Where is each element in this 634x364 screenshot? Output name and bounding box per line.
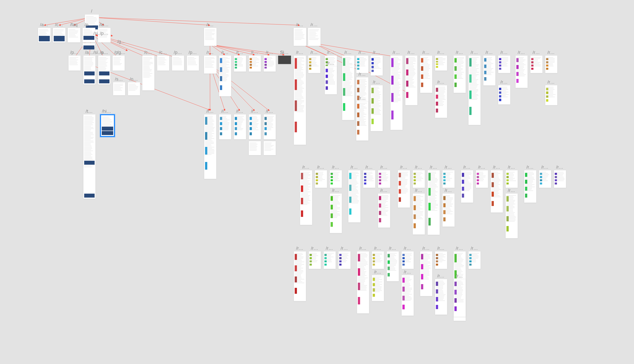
page-thumbnail[interactable] <box>157 56 169 71</box>
page-thumbnail[interactable] <box>338 251 351 269</box>
page-thumbnail[interactable] <box>435 251 447 269</box>
page-thumbnail[interactable] <box>378 194 390 228</box>
page-thumbnail[interactable] <box>356 101 368 141</box>
page-thumbnail[interactable] <box>234 56 246 72</box>
page-thumbnail[interactable] <box>204 28 217 46</box>
node-label: /p… <box>70 50 78 55</box>
page-thumbnail[interactable] <box>113 82 125 96</box>
page-thumbnail[interactable] <box>38 28 51 42</box>
page-thumbnail[interactable] <box>249 114 261 140</box>
page-thumbnail[interactable] <box>468 251 481 269</box>
page-thumbnail[interactable] <box>264 114 276 140</box>
page-thumbnail[interactable] <box>294 56 306 145</box>
page-thumbnail[interactable] <box>454 279 466 317</box>
page-thumbnail[interactable] <box>330 170 342 188</box>
page-thumbnail[interactable] <box>524 170 536 203</box>
page-thumbnail[interactable] <box>83 56 96 84</box>
page-thumbnail[interactable] <box>82 43 95 48</box>
page-thumbnail[interactable] <box>53 28 66 42</box>
page-thumbnail[interactable] <box>357 251 369 314</box>
page-thumbnail[interactable] <box>249 56 261 72</box>
page-thumbnail[interactable] <box>342 56 354 120</box>
page-thumbnail[interactable] <box>401 251 414 269</box>
page-thumbnail[interactable] <box>498 56 510 73</box>
page-thumbnail[interactable] <box>370 85 383 131</box>
page-thumbnail[interactable] <box>83 114 96 199</box>
page-thumbnail[interactable] <box>294 251 306 301</box>
page-thumbnail[interactable] <box>249 141 261 155</box>
page-thumbnail[interactable] <box>435 279 447 315</box>
page-thumbnail[interactable] <box>461 170 473 203</box>
page-thumbnail[interactable] <box>412 194 425 235</box>
page-thumbnail[interactable] <box>378 170 390 188</box>
page-thumbnail[interactable] <box>278 56 291 64</box>
page-thumbnail[interactable] <box>498 85 510 104</box>
page-thumbnail[interactable] <box>505 194 518 238</box>
selected-page-thumbnail[interactable] <box>100 114 115 137</box>
page-thumbnail[interactable] <box>370 56 383 76</box>
page-thumbnail[interactable] <box>530 56 543 73</box>
node-label: /r… <box>437 50 445 55</box>
page-thumbnail[interactable] <box>68 56 81 71</box>
page-thumbnail[interactable] <box>420 56 433 93</box>
page-thumbnail[interactable] <box>172 56 184 71</box>
page-thumbnail[interactable] <box>442 170 455 188</box>
page-thumbnail[interactable] <box>234 114 246 140</box>
page-thumbnail[interactable] <box>187 56 199 71</box>
page-thumbnail[interactable] <box>356 56 368 73</box>
page-thumbnail[interactable] <box>401 275 414 316</box>
page-thumbnail[interactable] <box>435 85 447 118</box>
page-thumbnail[interactable] <box>483 56 496 86</box>
page-thumbnail[interactable] <box>412 170 425 188</box>
page-thumbnail[interactable] <box>363 170 375 188</box>
node-label: /c… <box>159 50 167 55</box>
page-thumbnail[interactable] <box>435 56 447 71</box>
page-thumbnail[interactable] <box>505 170 518 188</box>
page-thumbnail[interactable] <box>428 170 440 235</box>
page-thumbnail[interactable] <box>315 170 327 188</box>
page-thumbnail[interactable] <box>204 56 217 74</box>
page-thumbnail[interactable] <box>348 170 361 222</box>
page-thumbnail[interactable] <box>300 170 312 225</box>
node-label: /r… <box>478 165 485 170</box>
page-thumbnail[interactable] <box>491 170 503 213</box>
page-thumbnail[interactable] <box>68 28 81 42</box>
page-thumbnail[interactable] <box>420 251 433 296</box>
page-thumbnail[interactable] <box>112 56 125 71</box>
page-thumbnail[interactable] <box>390 56 403 130</box>
page-thumbnail[interactable] <box>372 275 384 301</box>
page-thumbnail[interactable] <box>142 56 154 90</box>
sitemap-canvas[interactable]: { "root":{"label":"/","x":370,"y":35}, "… <box>0 0 634 364</box>
page-thumbnail[interactable] <box>554 170 566 188</box>
page-thumbnail[interactable] <box>204 114 217 179</box>
page-thumbnail[interactable] <box>309 251 321 269</box>
page-thumbnail[interactable] <box>372 251 384 269</box>
page-thumbnail[interactable] <box>387 251 399 282</box>
page-thumbnail[interactable] <box>515 56 528 88</box>
page-thumbnail[interactable] <box>454 56 466 93</box>
page-thumbnail[interactable] <box>264 56 276 72</box>
page-thumbnail[interactable] <box>264 141 276 155</box>
page-thumbnail[interactable] <box>325 66 337 94</box>
page-thumbnail[interactable] <box>294 28 306 46</box>
page-thumbnail[interactable] <box>219 56 231 96</box>
page-thumbnail[interactable] <box>128 82 140 96</box>
page-thumbnail[interactable] <box>308 56 320 73</box>
node-label: /p… <box>100 50 108 55</box>
page-thumbnail[interactable] <box>442 194 455 227</box>
page-thumbnail[interactable] <box>468 56 481 125</box>
page-thumbnail[interactable] <box>545 85 557 105</box>
page-thumbnail[interactable] <box>330 194 342 233</box>
page-thumbnail[interactable] <box>219 114 231 140</box>
page-thumbnail[interactable] <box>323 251 336 269</box>
node-label: /r… <box>486 50 493 55</box>
page-thumbnail[interactable] <box>98 56 110 84</box>
node-label: /r… <box>359 246 366 251</box>
page-thumbnail[interactable] <box>539 170 551 188</box>
page-thumbnail[interactable] <box>405 56 417 105</box>
node-label: /r… <box>404 246 411 251</box>
page-thumbnail[interactable] <box>476 170 488 188</box>
page-thumbnail[interactable] <box>398 170 410 208</box>
page-thumbnail[interactable] <box>308 28 321 46</box>
page-thumbnail[interactable] <box>545 56 557 73</box>
